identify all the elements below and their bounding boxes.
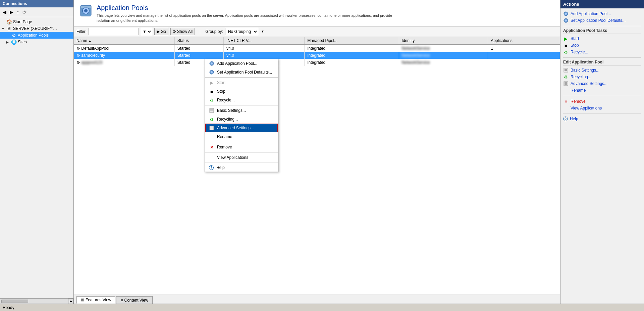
- action-advanced-settings[interactable]: Advanced Settings...: [563, 80, 641, 87]
- svg-point-5: [211, 62, 213, 64]
- sidebar-toolbar: ◀ ▶ ↑ ⟳: [0, 7, 73, 17]
- cell-name: ⚙ saml-xecurify: [74, 52, 174, 59]
- table-row[interactable]: ⚙ apppool123 Started v4.0 Integrated Net…: [74, 59, 560, 66]
- actions-panel: Actions Add Application Pool... Set Appl…: [560, 0, 644, 304]
- context-menu-rename[interactable]: Rename: [205, 132, 278, 141]
- cell-pipeline: Integrated: [305, 45, 399, 52]
- action-rename[interactable]: Rename: [563, 87, 641, 94]
- nav-forward-button[interactable]: ▶: [8, 8, 15, 16]
- filter-input[interactable]: [89, 28, 139, 35]
- svg-point-18: [565, 19, 567, 21]
- actions-header: Actions: [560, 0, 644, 8]
- col-name[interactable]: Name ▲: [74, 37, 174, 45]
- sidebar-item-start-page[interactable]: 🏠 Start Page: [0, 18, 73, 25]
- action-stop[interactable]: ■ Stop: [563, 42, 641, 49]
- cell-apps: [488, 59, 560, 66]
- svg-point-7: [211, 71, 213, 73]
- context-menu-add-pool[interactable]: Add Application Pool...: [205, 59, 278, 68]
- page-description: This page lets you view and manage the l…: [97, 13, 398, 24]
- action-view-apps[interactable]: View Applications: [563, 105, 641, 112]
- context-menu-recycling[interactable]: ♻ Recycling...: [205, 115, 278, 124]
- advanced-settings-icon: [563, 81, 569, 86]
- context-item-label: Remove: [217, 145, 232, 149]
- col-pipeline[interactable]: Managed Pipel...: [305, 37, 399, 45]
- go-button[interactable]: ▶ Go: [154, 28, 168, 35]
- action-help[interactable]: ? Help: [563, 116, 641, 122]
- statusbar: Ready: [0, 304, 644, 311]
- action-label: Rename: [571, 88, 586, 93]
- action-add-pool[interactable]: Add Application Pool...: [563, 10, 641, 17]
- context-item-label: Advanced Settings...: [217, 126, 254, 130]
- content-header: Application Pools This page lets you vie…: [74, 0, 560, 27]
- basic-settings-icon: [209, 108, 214, 113]
- actions-section-general: Add Application Pool... Set Application …: [560, 8, 644, 26]
- action-label: Set Application Pool Defaults...: [571, 18, 626, 23]
- sidebar: Connections ◀ ▶ ↑ ⟳ 🏠 Start Page ▼ 🖥 SER…: [0, 0, 74, 304]
- filter-dropdown[interactable]: ▼: [141, 28, 152, 35]
- cell-clr: v4.0: [224, 52, 305, 59]
- context-menu: Add Application Pool... Set Application …: [205, 59, 278, 172]
- content-area: Application Pools This page lets you vie…: [74, 0, 560, 304]
- content-header-text: Application Pools This page lets you vie…: [97, 4, 398, 24]
- nav-refresh-button[interactable]: ⟳: [21, 8, 28, 16]
- status-text: Ready: [3, 305, 14, 310]
- context-menu-sep3: [205, 142, 278, 142]
- scroll-right-button[interactable]: ▶: [68, 299, 73, 304]
- sidebar-item-label: Start Page: [13, 19, 32, 24]
- tab-features-view[interactable]: ⊞ Features View: [76, 296, 115, 304]
- context-menu-basic-settings[interactable]: Basic Settings...: [205, 106, 278, 115]
- actions-section-tasks: Application Pool Tasks ▶ Start ■ Stop ♻ …: [560, 26, 644, 57]
- action-recycling[interactable]: ♻ Recycling...: [563, 74, 641, 80]
- table-row[interactable]: ⚙ saml-xecurify Started v4.0 Integrated …: [74, 52, 560, 59]
- action-basic-settings[interactable]: Basic Settings...: [563, 67, 641, 74]
- context-item-label: Set Application Pool Defaults...: [217, 70, 272, 75]
- view-apps-icon: [209, 155, 214, 160]
- sidebar-scrollbar-thumb[interactable]: [1, 300, 28, 303]
- sidebar-item-label: Sites: [18, 40, 27, 44]
- view-apps-icon: [563, 105, 569, 111]
- show-all-button[interactable]: ⟳ Show All: [170, 28, 195, 35]
- sidebar-item-application-pools[interactable]: ⚙ Application Pools: [0, 32, 73, 39]
- section-title: Application Pool Tasks: [563, 28, 641, 34]
- app-pools-table-container: Name ▲ Status .NET CLR V... Managed Pipe…: [74, 37, 560, 295]
- action-set-defaults[interactable]: Set Application Pool Defaults...: [563, 17, 641, 24]
- actions-section-other: ✕ Remove View Applications: [560, 96, 644, 114]
- add-pool-icon: [209, 61, 214, 66]
- context-item-label: Stop: [217, 89, 225, 94]
- tab-content-view[interactable]: ≡ Content View: [116, 296, 152, 304]
- cell-status: Started: [174, 45, 223, 52]
- context-menu-view-apps[interactable]: View Applications: [205, 153, 278, 162]
- action-remove[interactable]: ✕ Remove: [563, 98, 641, 105]
- action-recycle[interactable]: ♻ Recycle...: [563, 49, 641, 55]
- context-menu-set-defaults[interactable]: Set Application Pool Defaults...: [205, 68, 278, 77]
- col-clr[interactable]: .NET CLR V...: [224, 37, 305, 45]
- sidebar-item-server[interactable]: ▼ 🖥 SERVER (XECURIFY\...: [0, 25, 73, 32]
- table-row[interactable]: ⚙ DefaultAppPool Started v4.0 Integrated…: [74, 45, 560, 52]
- action-label: Help: [570, 117, 578, 121]
- action-start[interactable]: ▶ Start: [563, 35, 641, 42]
- cell-apps: 1: [488, 45, 560, 52]
- nav-up-button[interactable]: ↑: [15, 8, 20, 16]
- col-status[interactable]: Status: [174, 37, 223, 45]
- cell-name: ⚙ apppool123: [74, 59, 174, 66]
- svg-rect-19: [564, 68, 568, 72]
- help-icon: ?: [209, 165, 214, 170]
- context-menu-remove[interactable]: ✕ Remove: [205, 143, 278, 151]
- context-menu-recycle[interactable]: ♻ Recycle...: [205, 96, 278, 104]
- col-identity[interactable]: Identity: [399, 37, 488, 45]
- group-dropdown[interactable]: No Grouping: [225, 28, 258, 35]
- pool-icon: ⚙: [76, 60, 81, 65]
- context-item-label: Help: [216, 165, 225, 170]
- sidebar-item-sites[interactable]: ▶ 🌐 Sites: [0, 39, 73, 45]
- filter-label: Filter:: [76, 29, 87, 34]
- context-menu-stop[interactable]: ■ Stop: [205, 87, 278, 96]
- app-pools-table: Name ▲ Status .NET CLR V... Managed Pipe…: [74, 37, 560, 66]
- context-menu-advanced-settings[interactable]: Advanced Settings...: [205, 124, 278, 132]
- nav-back-button[interactable]: ◀: [1, 8, 8, 16]
- rename-icon: [563, 88, 569, 93]
- svg-point-2: [84, 9, 88, 12]
- context-menu-help[interactable]: ? Help: [205, 164, 278, 172]
- stop-icon: ■: [209, 89, 214, 94]
- context-menu-start[interactable]: ▶ Start: [205, 78, 278, 87]
- col-apps[interactable]: Applications: [488, 37, 560, 45]
